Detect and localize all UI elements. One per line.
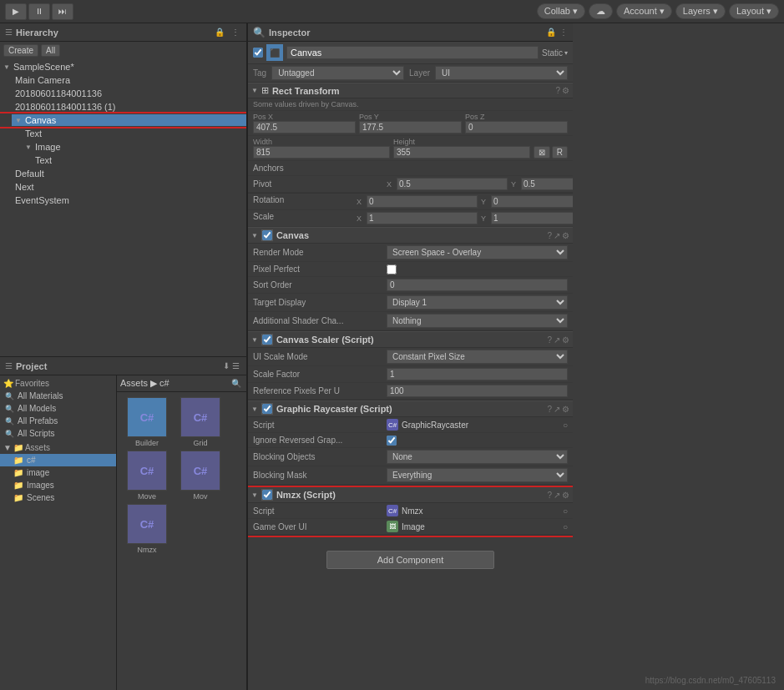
layout-button[interactable]: Layout ▾ [729, 3, 779, 19]
scene-item[interactable]: ▼ SampleScene* [0, 61, 246, 73]
next-item[interactable]: Next [12, 181, 246, 193]
rect-r-button[interactable]: R [552, 146, 568, 159]
raycaster-help-icon[interactable]: ? [547, 405, 552, 414]
shader-select[interactable]: Nothing [387, 314, 568, 328]
nmzx-checkbox[interactable] [262, 490, 272, 500]
nmzx-asset[interactable]: C# Nmzx [122, 504, 172, 554]
cloud-button[interactable]: ☁ [589, 3, 613, 19]
canvas-item[interactable]: ▼ Canvas [12, 114, 246, 126]
list-item: ▼ Image [0, 140, 246, 154]
canvas-text-item[interactable]: Text [22, 128, 246, 139]
object-name-input[interactable] [286, 46, 539, 59]
account-button[interactable]: Account ▾ [616, 3, 672, 19]
play-button[interactable]: ▶ [5, 3, 27, 20]
inspector-menu-icon[interactable]: ⋮ [559, 28, 568, 37]
scaler-arrow-icon[interactable]: ↗ [554, 335, 560, 345]
obj2-item[interactable]: 20180601184001136 (1) [12, 101, 246, 113]
width-input[interactable] [253, 146, 390, 159]
rot-y-input[interactable] [491, 195, 573, 208]
rot-x-input[interactable] [367, 195, 478, 208]
render-mode-label-cell: Render Mode [248, 244, 382, 262]
project-icons[interactable]: ⬇ ☰ [221, 360, 241, 371]
scale-x-input[interactable] [367, 212, 478, 224]
scale-factor-input[interactable] [387, 368, 568, 380]
main-camera-item[interactable]: Main Camera [12, 74, 246, 86]
scaler-settings-icon[interactable]: ⚙ [562, 335, 569, 345]
raycaster-settings-icon[interactable]: ⚙ [562, 405, 569, 414]
nmzx-script-picker[interactable]: ○ [563, 506, 568, 516]
rc-script-picker[interactable]: ○ [563, 421, 568, 430]
obj1-item[interactable]: 20180601184001136 [12, 88, 246, 99]
pos-x-input[interactable] [253, 121, 356, 133]
canvas-component-section[interactable]: ▼ Canvas ? ↗ ⚙ [248, 227, 573, 244]
canvas-arrow-icon[interactable]: ↗ [554, 231, 560, 240]
eventsystem-item[interactable]: EventSystem [12, 194, 246, 206]
pos-z-input[interactable] [465, 121, 568, 133]
hierarchy-all-button[interactable]: All [41, 44, 60, 57]
nmzx-section[interactable]: ▼ Nmzx (Script) ? ↗ ⚙ [248, 486, 573, 503]
canvas-settings-icon[interactable]: ⚙ [562, 231, 569, 240]
grid-asset[interactable]: C# Grid [175, 397, 225, 447]
sort-order-input[interactable] [387, 279, 568, 291]
all-materials-item[interactable]: 🔍 All Materials [0, 390, 116, 402]
raycaster-section[interactable]: ▼ Graphic Raycaster (Script) ? ↗ ⚙ [248, 400, 573, 417]
hierarchy-create-button[interactable]: Create [3, 44, 38, 57]
rect-transform-section[interactable]: ▼ ⊞ Rect Transform ? ⚙ [248, 83, 573, 98]
builder-asset[interactable]: C# Builder [122, 397, 172, 447]
game-over-label-cell: Game Over UI [248, 519, 382, 535]
inspector-lock-icon[interactable]: 🔒 [546, 28, 556, 37]
image-item[interactable]: ▼ Image [22, 141, 246, 153]
raycaster-arrow-icon[interactable]: ↗ [554, 405, 560, 414]
ignore-reversed-checkbox[interactable] [387, 436, 397, 446]
nmzx-label: Nmzx [138, 546, 157, 554]
layers-button[interactable]: Layers ▾ [675, 3, 726, 19]
collab-button[interactable]: Collab ▾ [537, 3, 585, 19]
rect-help-icon[interactable]: ? [555, 86, 560, 95]
rect-settings-icon[interactable]: ⚙ [562, 86, 569, 95]
nmzx-arrow-icon[interactable]: ↗ [554, 491, 560, 500]
assets-csharp-folder[interactable]: 📁 c# [0, 454, 116, 466]
rect-resize-button[interactable]: ⊠ [534, 146, 550, 159]
target-display-select[interactable]: Display 1 [387, 295, 568, 310]
assets-images-folder[interactable]: 📁 Images [0, 479, 116, 491]
ref-pixels-input[interactable] [387, 385, 568, 397]
mov-asset[interactable]: C# Mov [175, 451, 225, 501]
image-text-item[interactable]: Text [32, 154, 246, 166]
hierarchy-menu-icon[interactable]: ⋮ [230, 27, 241, 38]
nmzx-help-icon[interactable]: ? [547, 491, 552, 500]
height-input[interactable] [393, 146, 530, 159]
canvas-comp-checkbox[interactable] [262, 230, 272, 240]
pivot-y-input[interactable] [521, 178, 573, 190]
assets-scenes-folder[interactable]: 📁 Scenes [0, 491, 116, 504]
all-scripts-item[interactable]: 🔍 All Scripts [0, 427, 116, 440]
pos-y-input[interactable] [359, 121, 462, 133]
canvas-scaler-section[interactable]: ▼ Canvas Scaler (Script) ? ↗ ⚙ [248, 331, 573, 348]
ui-scale-select[interactable]: Constant Pixel Size [387, 350, 568, 364]
render-mode-select[interactable]: Screen Space - Overlay [387, 245, 568, 259]
blocking-objects-select[interactable]: None [387, 450, 568, 464]
blocking-mask-select[interactable]: Everything [387, 468, 568, 482]
all-models-item[interactable]: 🔍 All Models [0, 402, 116, 415]
object-active-checkbox[interactable] [253, 48, 263, 58]
all-prefabs-item[interactable]: 🔍 All Prefabs [0, 415, 116, 427]
move-asset[interactable]: C# Move [122, 451, 172, 501]
pixel-perfect-checkbox[interactable] [387, 264, 397, 274]
add-component-button[interactable]: Add Component [326, 551, 495, 569]
nmzx-settings-icon[interactable]: ⚙ [562, 491, 569, 500]
project-search-icon[interactable]: 🔍 [230, 378, 243, 389]
canvas-help-icon[interactable]: ? [547, 231, 552, 240]
pivot-x-input[interactable] [397, 178, 508, 190]
raycaster-checkbox[interactable] [262, 404, 272, 414]
tag-select[interactable]: Untagged [271, 66, 404, 80]
step-button[interactable]: ⏭ [52, 3, 73, 20]
scaler-checkbox[interactable] [262, 335, 272, 345]
pause-button[interactable]: ⏸ [28, 3, 50, 20]
scaler-help-icon[interactable]: ? [547, 335, 552, 345]
hierarchy-lock-icon[interactable]: 🔒 [213, 27, 226, 38]
default-item[interactable]: Default [12, 168, 246, 179]
assets-image-folder[interactable]: 📁 image [0, 466, 116, 479]
game-over-picker[interactable]: ○ [563, 522, 568, 531]
layer-select[interactable]: UI [435, 66, 568, 80]
scale-y-input[interactable] [491, 212, 573, 224]
main-camera-label: Main Camera [15, 75, 70, 85]
